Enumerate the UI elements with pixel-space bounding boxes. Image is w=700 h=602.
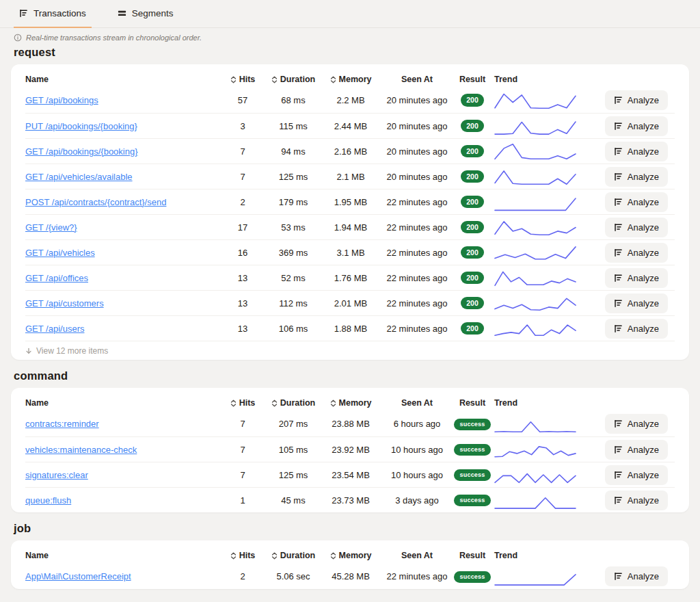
analyze-label: Analyze — [628, 121, 659, 131]
sort-icon — [230, 400, 237, 407]
analyze-button[interactable]: Analyze — [605, 414, 668, 434]
transaction-name-link[interactable]: GET /api/bookings/{booking} — [25, 146, 138, 157]
result-badge: 200 — [461, 196, 484, 209]
duration-cell: 112 ms — [269, 298, 318, 309]
seen-at-cell: 20 minutes ago — [383, 172, 450, 182]
table-header-row: Name Hits Duration Memory Seen At Result… — [25, 68, 675, 88]
transaction-name-link[interactable]: GET /api/vehicles/available — [25, 172, 133, 182]
table-row: GET /api/bookings/{booking} 7 94 ms 2.16… — [25, 138, 675, 163]
transaction-name-link[interactable]: GET /api/offices — [25, 273, 88, 283]
analyze-button[interactable]: Analyze — [605, 90, 668, 110]
transaction-name-link[interactable]: GET /{view?} — [25, 222, 77, 233]
table-row: GET /api/customers 13 112 ms 2.01 MB 22 … — [25, 290, 675, 315]
table-row: GET /api/users 13 106 ms 1.88 MB 22 minu… — [25, 315, 675, 341]
analyze-label: Analyze — [628, 273, 659, 283]
transaction-name-link[interactable]: App\Mail\CustomerReceipt — [25, 571, 131, 581]
transaction-name-link[interactable]: vehicles:maintenance-check — [25, 445, 137, 455]
seen-at-cell: 22 minutes ago — [383, 222, 450, 233]
transaction-name-link[interactable]: contracts:reminder — [25, 419, 99, 429]
analyze-icon — [614, 419, 623, 428]
column-header-hits[interactable]: Hits — [217, 75, 269, 84]
analyze-label: Analyze — [628, 222, 659, 233]
analyze-button[interactable]: Analyze — [605, 167, 668, 187]
analyze-icon — [614, 248, 623, 257]
segments-icon — [118, 9, 126, 18]
analyze-button[interactable]: Analyze — [605, 243, 668, 263]
duration-cell: 207 ms — [269, 419, 318, 429]
column-header-memory[interactable]: Memory — [318, 398, 383, 408]
memory-cell: 2.01 MB — [318, 298, 383, 309]
analyze-button[interactable]: Analyze — [605, 319, 668, 339]
analyze-label: Analyze — [628, 248, 659, 258]
trend-sparkline — [494, 116, 576, 136]
column-header-hits[interactable]: Hits — [217, 398, 269, 408]
analyze-button[interactable]: Analyze — [605, 293, 668, 313]
analyze-label: Analyze — [628, 470, 659, 480]
transaction-name-link[interactable]: PUT /api/bookings/{booking} — [25, 121, 137, 131]
section: job Name Hits Duration Memory Seen At Re… — [0, 522, 700, 589]
column-header-duration[interactable]: Duration — [269, 398, 318, 408]
sort-icon — [230, 552, 237, 560]
analyze-button[interactable]: Analyze — [605, 490, 668, 510]
duration-cell: 68 ms — [269, 95, 318, 105]
analyze-icon — [614, 122, 623, 131]
transaction-name-link[interactable]: GET /api/users — [25, 324, 84, 334]
result-badge: 200 — [461, 120, 484, 133]
column-header-memory[interactable]: Memory — [318, 551, 383, 560]
hits-cell: 7 — [217, 419, 269, 429]
section-card: Name Hits Duration Memory Seen At Result… — [11, 540, 689, 589]
result-badge: success — [454, 571, 492, 583]
column-header-hits[interactable]: Hits — [217, 551, 269, 560]
trend-sparkline — [494, 267, 576, 288]
analyze-label: Analyze — [628, 172, 659, 182]
analyze-button[interactable]: Analyze — [605, 218, 668, 237]
analyze-button[interactable]: Analyze — [605, 566, 668, 586]
column-header-duration[interactable]: Duration — [269, 75, 318, 84]
hits-cell: 13 — [217, 273, 269, 283]
duration-cell: 105 ms — [269, 445, 318, 455]
memory-cell: 2.16 MB — [318, 146, 383, 157]
memory-cell: 45.28 MB — [318, 571, 383, 581]
view-more[interactable]: View 12 more items — [25, 341, 675, 360]
seen-at-cell: 10 hours ago — [383, 445, 450, 455]
trend-sparkline — [494, 141, 576, 161]
analyze-label: Analyze — [628, 445, 659, 455]
analyze-button[interactable]: Analyze — [605, 116, 668, 136]
section: request Name Hits Duration Memory Seen A… — [0, 46, 700, 360]
seen-at-cell: 22 minutes ago — [383, 298, 450, 309]
memory-cell: 23.54 MB — [318, 470, 383, 480]
table-row: signatures:clear 7 125 ms 23.54 MB 10 ho… — [25, 462, 675, 487]
analyze-icon — [614, 198, 623, 207]
analyze-button[interactable]: Analyze — [605, 192, 668, 212]
transaction-name-link[interactable]: signatures:clear — [25, 470, 88, 480]
duration-cell: 5.06 sec — [269, 571, 318, 581]
analyze-button[interactable]: Analyze — [605, 268, 668, 288]
notice-text: Real-time transactions stream in chronol… — [26, 34, 202, 42]
result-badge: success — [454, 419, 492, 430]
trend-sparkline — [494, 318, 576, 339]
tab-transactions[interactable]: Transactions — [14, 0, 92, 28]
sections: request Name Hits Duration Memory Seen A… — [0, 46, 700, 589]
analyze-label: Analyze — [628, 495, 659, 506]
tab-segments[interactable]: Segments — [112, 0, 179, 28]
section-title: command — [14, 369, 700, 382]
memory-cell: 1.95 MB — [318, 197, 383, 207]
memory-cell: 2.1 MB — [318, 172, 383, 182]
transaction-name-link[interactable]: queue:flush — [25, 495, 71, 506]
transaction-name-link[interactable]: POST /api/contracts/{contract}/send — [25, 197, 166, 207]
analyze-icon — [614, 572, 623, 581]
analyze-label: Analyze — [628, 419, 659, 429]
transaction-name-link[interactable]: GET /api/bookings — [25, 95, 98, 105]
duration-cell: 94 ms — [269, 146, 318, 157]
analyze-button[interactable]: Analyze — [605, 142, 668, 161]
column-header-duration[interactable]: Duration — [269, 551, 318, 560]
analyze-button[interactable]: Analyze — [605, 440, 668, 460]
hits-cell: 2 — [217, 197, 269, 207]
duration-cell: 125 ms — [269, 470, 318, 480]
transaction-name-link[interactable]: GET /api/vehicles — [25, 248, 95, 258]
column-header-memory[interactable]: Memory — [318, 75, 383, 84]
hits-cell: 1 — [217, 495, 269, 506]
seen-at-cell: 22 minutes ago — [383, 197, 450, 207]
transaction-name-link[interactable]: GET /api/customers — [25, 298, 104, 309]
analyze-button[interactable]: Analyze — [605, 465, 668, 485]
